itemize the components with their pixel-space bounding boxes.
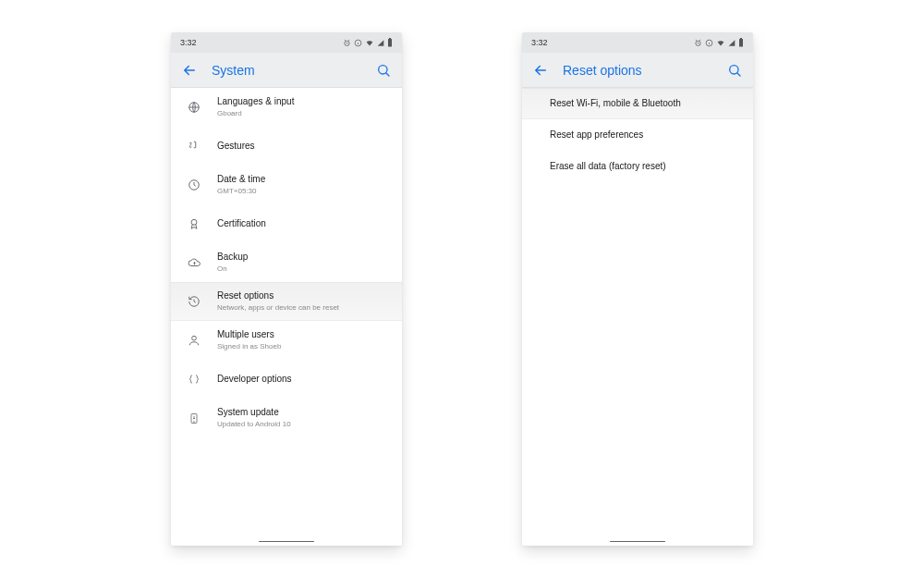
item-title: System update [217,407,291,419]
signal-icon [728,39,736,47]
page-title: Reset options [563,63,723,78]
item-title: Reset Wi-Fi, mobile & Bluetooth [550,98,681,110]
settings-item-backup[interactable]: Backup On [171,243,402,282]
signal-icon [377,39,384,47]
clock-icon [184,175,204,195]
phone-right: 3:32 Reset options Reset Wi-Fi, mobile &… [522,32,753,546]
item-sub: GMT+05:30 [217,187,265,196]
back-button[interactable] [178,59,201,81]
item-sub: Updated to Android 10 [217,420,291,429]
dev-icon [184,369,204,389]
user-icon [184,330,204,350]
search-icon [727,63,742,78]
settings-item-gestures[interactable]: Gestures [171,127,402,166]
search-button[interactable] [372,59,395,81]
item-title: Reset app preferences [550,129,643,141]
svg-rect-2 [388,39,392,47]
settings-item-datetime[interactable]: Date & time GMT+05:30 [171,166,402,204]
update-icon [184,408,204,428]
back-arrow-icon [181,62,198,79]
phone-left: 3:32 System Languages & input Gboard [171,32,402,546]
item-title: Backup [217,252,248,264]
item-sub: Signed in as Shoeb [217,342,281,351]
item-title: Date & time [217,174,265,186]
reset-item-factory[interactable]: Erase all data (factory reset) [522,151,753,182]
app-bar: Reset options [522,53,753,88]
status-time: 3:32 [180,38,197,47]
status-bar: 3:32 [171,32,402,53]
globe-icon [184,97,204,117]
battery-icon [387,38,393,47]
cert-icon [184,214,204,234]
item-sub: Network, apps or device can be reset [217,303,339,313]
settings-item-certification[interactable]: Certification [171,204,402,243]
reset-item-network[interactable]: Reset Wi-Fi, mobile & Bluetooth [522,88,753,119]
status-bar: 3:32 [522,32,753,53]
svg-rect-3 [389,38,391,39]
settings-item-languages[interactable]: Languages & input Gboard [171,88,402,127]
settings-item-reset[interactable]: Reset options Network, apps or device ca… [171,282,402,321]
restore-icon [184,291,204,312]
item-title: Developer options [217,374,292,386]
settings-item-users[interactable]: Multiple users Signed in as Shoeb [171,321,402,360]
status-time: 3:32 [531,38,548,47]
svg-point-8 [192,336,197,340]
alarm-icon [694,39,702,47]
svg-rect-12 [739,39,743,47]
info-icon [354,39,362,47]
item-sub: On [217,264,248,274]
search-button[interactable] [723,59,746,81]
reset-item-apps[interactable]: Reset app preferences [522,119,753,151]
svg-rect-13 [740,38,742,39]
item-sub: Gboard [217,109,294,118]
item-title: Multiple users [217,329,281,341]
page-title: System [212,63,372,78]
item-title: Languages & input [217,96,294,108]
battery-icon [738,38,744,47]
settings-item-developer[interactable]: Developer options [171,360,402,399]
wifi-icon [365,39,374,47]
settings-list: Languages & input Gboard Gestures Date &… [171,88,402,546]
item-title: Certification [217,218,266,230]
svg-point-7 [191,219,197,225]
settings-item-update[interactable]: System update Updated to Android 10 [171,399,402,437]
status-icons [694,38,744,47]
item-title: Erase all data (factory reset) [550,161,666,173]
back-arrow-icon [532,62,549,79]
alarm-icon [343,39,351,47]
reset-list: Reset Wi-Fi, mobile & Bluetooth Reset ap… [522,88,753,546]
item-title: Gestures [217,141,255,153]
back-button[interactable] [529,59,552,81]
status-icons [343,38,393,47]
info-icon [705,39,713,47]
wifi-icon [716,39,725,47]
app-bar: System [171,53,402,88]
item-title: Reset options [217,290,339,302]
search-icon [376,63,391,78]
cloud-icon [184,252,204,273]
home-indicator[interactable] [610,541,665,543]
home-indicator[interactable] [259,541,314,543]
gesture-icon [184,136,204,156]
